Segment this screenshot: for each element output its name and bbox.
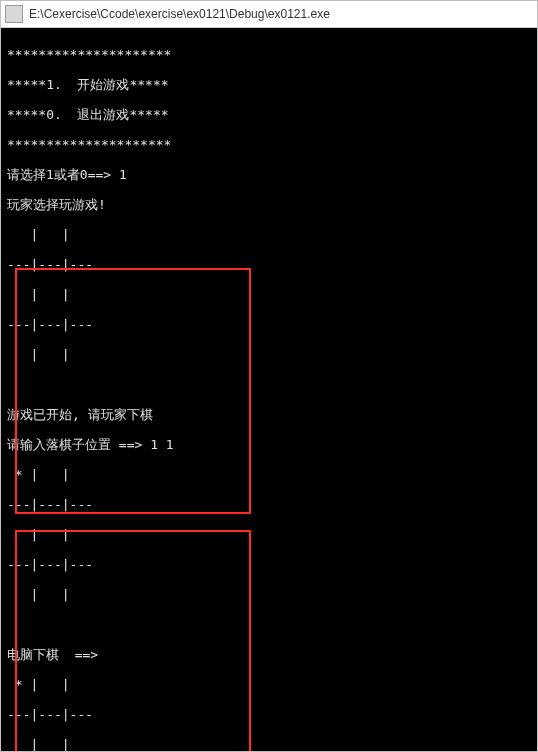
menu-item-0: *****0. 退出游戏***** (7, 107, 531, 122)
msg-cpu-turn-1: 电脑下棋 ==> (7, 647, 531, 662)
board0-r2: | | (7, 347, 531, 362)
app-icon (5, 5, 23, 23)
app-window: E:\Cexercise\Ccode\exercise\ex0121\Debug… (0, 0, 538, 752)
t1-pb-sep0: ---|---|--- (7, 497, 531, 512)
board0-r0: | | (7, 227, 531, 242)
t1-cb-r1: | | (7, 737, 531, 751)
window-title: E:\Cexercise\Ccode\exercise\ex0121\Debug… (29, 7, 330, 21)
t1-pb-sep1: ---|---|--- (7, 557, 531, 572)
t1-pb-r2: | | (7, 587, 531, 602)
msg-player-chose: 玩家选择玩游戏! (7, 197, 531, 212)
t1-pb-r1: | | (7, 527, 531, 542)
prompt-choose: 请选择1或者0==> 1 (7, 167, 531, 182)
user-input-pos-1: 1 1 (150, 437, 173, 452)
titlebar[interactable]: E:\Cexercise\Ccode\exercise\ex0121\Debug… (1, 1, 537, 28)
blank (7, 617, 531, 632)
prompt-pos-1: 请输入落棋子位置 ==> 1 1 (7, 437, 531, 452)
menu-border-top: ********************* (7, 47, 531, 62)
t1-cb-r0: * | | (7, 677, 531, 692)
console-output[interactable]: ********************* *****1. 开始游戏***** … (1, 28, 537, 751)
menu-border-bottom: ********************* (7, 137, 531, 152)
board0-sep0: ---|---|--- (7, 257, 531, 272)
t1-cb-sep0: ---|---|--- (7, 707, 531, 722)
blank (7, 377, 531, 392)
t1-pb-r0: * | | (7, 467, 531, 482)
board0-sep1: ---|---|--- (7, 317, 531, 332)
board0-r1: | | (7, 287, 531, 302)
menu-item-1: *****1. 开始游戏***** (7, 77, 531, 92)
user-input-choice: 1 (119, 167, 127, 182)
msg-game-started-1: 游戏已开始, 请玩家下棋 (7, 407, 531, 422)
